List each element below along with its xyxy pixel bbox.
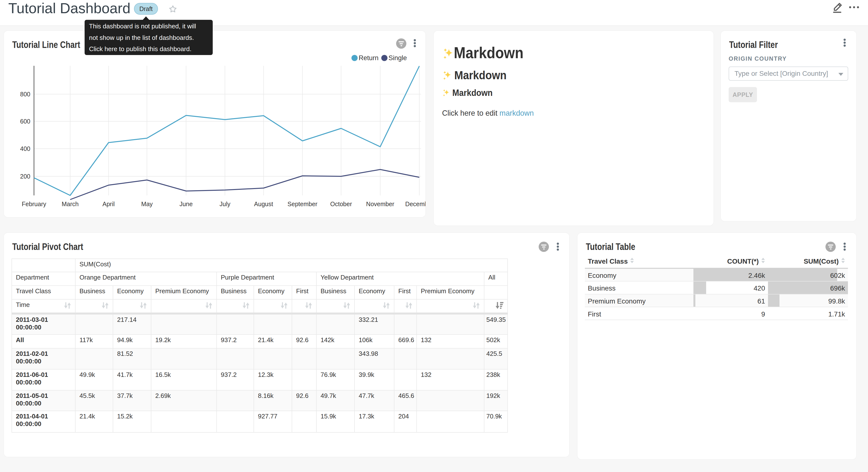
svg-text:June: June <box>180 201 193 207</box>
svg-text:February: February <box>22 201 46 207</box>
svg-text:800: 800 <box>20 91 30 97</box>
svg-text:200: 200 <box>20 173 30 180</box>
svg-text:Single: Single <box>389 54 407 62</box>
svg-text:October: October <box>330 201 352 207</box>
svg-text:600: 600 <box>20 118 30 125</box>
svg-text:July: July <box>220 201 230 207</box>
svg-text:December: December <box>405 201 426 207</box>
svg-text:April: April <box>102 201 115 207</box>
svg-text:September: September <box>287 201 317 207</box>
svg-text:August: August <box>254 201 273 207</box>
svg-text:400: 400 <box>20 145 30 152</box>
svg-text:November: November <box>366 201 394 207</box>
svg-text:May: May <box>141 201 153 207</box>
svg-text:March: March <box>62 201 79 207</box>
svg-text:Return: Return <box>359 54 378 62</box>
